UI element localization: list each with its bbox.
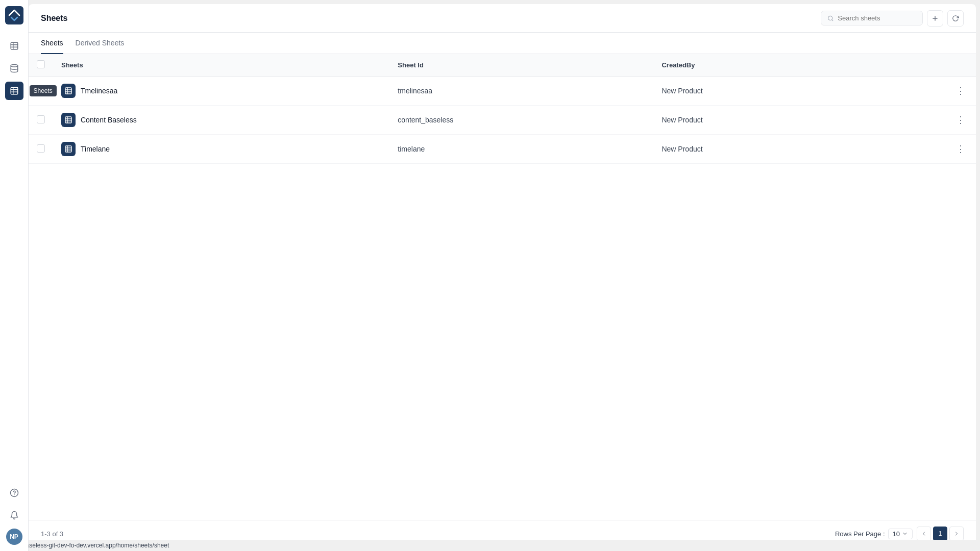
col-sheets: Sheets <box>53 54 389 77</box>
row-actions-cell: ⋮ <box>864 135 976 164</box>
page-nav: 1 <box>917 527 964 541</box>
rows-per-page-select[interactable]: 10 <box>888 529 913 539</box>
svg-rect-1 <box>11 42 18 49</box>
row-more-button[interactable]: ⋮ <box>953 84 968 98</box>
table-body: Tmelinesaa tmelinesaa New Product ⋮ <box>29 77 976 164</box>
main-content: Sheets <box>29 4 976 547</box>
svg-rect-20 <box>65 117 71 123</box>
app-container: Sheets NP <box>0 0 980 551</box>
header: Sheets <box>29 4 976 33</box>
row-more-button[interactable]: ⋮ <box>953 142 968 156</box>
row-actions-cell: ⋮ <box>864 106 976 135</box>
rows-per-page-value: 10 <box>893 530 900 538</box>
svg-point-5 <box>11 65 18 67</box>
tabs: Sheets Derived Sheets <box>29 33 976 54</box>
col-created-by: CreatedBy <box>653 54 863 77</box>
row-sheet-id: content_baseless <box>389 106 653 135</box>
add-button[interactable] <box>927 10 943 27</box>
sheet-icon <box>61 113 76 127</box>
page-1-button[interactable]: 1 <box>933 527 947 541</box>
select-all-checkbox[interactable] <box>37 60 45 68</box>
sidebar-nav: Sheets <box>5 37 23 484</box>
page-title: Sheets <box>41 14 67 23</box>
svg-rect-6 <box>11 87 18 94</box>
search-box[interactable] <box>821 11 923 26</box>
row-name-cell: Tmelinesaa <box>53 77 389 106</box>
sidebar-item-notifications[interactable] <box>5 506 23 524</box>
sidebar-bottom: NP <box>5 484 23 545</box>
row-checkbox-cell <box>29 106 53 135</box>
sidebar-item-sheets[interactable]: Sheets <box>5 82 23 100</box>
row-created-by: New Product <box>653 77 863 106</box>
row-created-by: New Product <box>653 135 863 164</box>
row-sheet-id: timelane <box>389 135 653 164</box>
svg-rect-24 <box>65 146 71 152</box>
svg-rect-0 <box>5 6 23 24</box>
row-checkbox[interactable] <box>37 86 45 94</box>
row-checkbox-cell <box>29 135 53 164</box>
row-sheet-name: Timelane <box>81 145 110 153</box>
row-sheet-id: tmelinesaa <box>389 77 653 106</box>
pagination-controls: Rows Per Page : 10 1 <box>835 527 964 541</box>
svg-rect-16 <box>65 88 71 94</box>
svg-line-13 <box>832 19 833 20</box>
status-url: https://baseless-git-dev-fo-dev.vercel.a… <box>4 542 169 549</box>
sidebar: Sheets NP <box>0 0 29 551</box>
row-name-cell: Timelane <box>53 135 389 164</box>
row-sheet-name: Content Baseless <box>81 116 137 124</box>
table-row: Content Baseless content_baseless New Pr… <box>29 106 976 135</box>
prev-page-button[interactable] <box>917 527 931 541</box>
row-checkbox[interactable] <box>37 144 45 153</box>
row-actions-cell: ⋮ <box>864 77 976 106</box>
rows-per-page-label: Rows Per Page : <box>835 530 885 538</box>
tab-derived-sheets[interactable]: Derived Sheets <box>76 33 125 54</box>
next-page-button[interactable] <box>949 527 964 541</box>
table-container: Sheets Sheet Id CreatedBy <box>29 54 976 520</box>
sidebar-item-help[interactable] <box>5 484 23 502</box>
search-input[interactable] <box>838 14 916 22</box>
table-row: Tmelinesaa tmelinesaa New Product ⋮ <box>29 77 976 106</box>
row-checkbox[interactable] <box>37 115 45 123</box>
sheet-icon <box>61 84 76 98</box>
sheet-icon <box>61 142 76 156</box>
row-checkbox-cell <box>29 77 53 106</box>
pagination-info: 1-3 of 3 <box>41 530 63 538</box>
header-actions <box>821 10 964 27</box>
col-checkbox <box>29 54 53 77</box>
app-logo[interactable] <box>5 6 23 24</box>
col-sheet-id: Sheet Id <box>389 54 653 77</box>
sidebar-item-database[interactable] <box>5 59 23 78</box>
chevron-down-icon <box>902 531 908 537</box>
sidebar-item-table[interactable] <box>5 37 23 55</box>
row-sheet-name: Tmelinesaa <box>81 87 117 95</box>
row-name-cell: Content Baseless <box>53 106 389 135</box>
refresh-button[interactable] <box>947 10 964 27</box>
status-bar: https://baseless-git-dev-fo-dev.vercel.a… <box>0 540 980 551</box>
row-more-button[interactable]: ⋮ <box>953 113 968 127</box>
rows-per-page: Rows Per Page : 10 <box>835 529 913 539</box>
table-row: Timelane timelane New Product ⋮ <box>29 135 976 164</box>
table-header: Sheets Sheet Id CreatedBy <box>29 54 976 77</box>
avatar[interactable]: NP <box>6 529 22 545</box>
sheets-table: Sheets Sheet Id CreatedBy <box>29 54 976 164</box>
col-actions <box>864 54 976 77</box>
row-created-by: New Product <box>653 106 863 135</box>
tab-sheets[interactable]: Sheets <box>41 33 63 54</box>
search-icon <box>827 15 834 22</box>
